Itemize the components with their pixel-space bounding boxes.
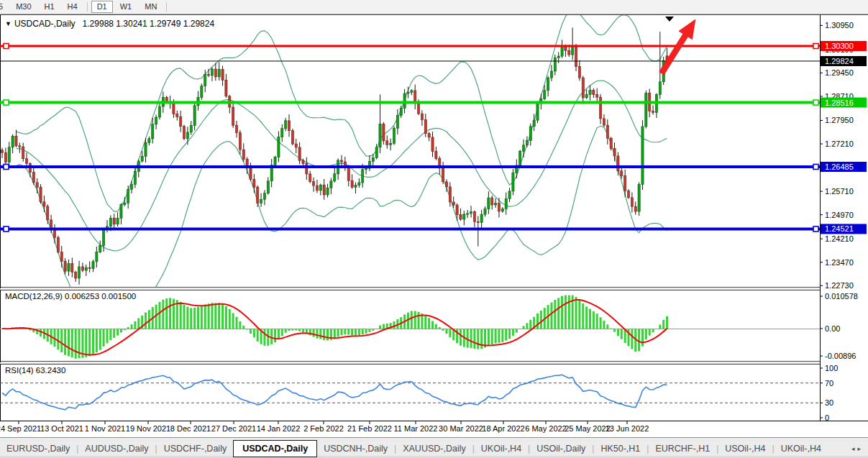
chart-canvas: 1.309501.301901.294501.287101.279501.272… bbox=[0, 0, 868, 437]
timeframe-button-h1[interactable]: H1 bbox=[39, 1, 60, 13]
price-tick-label: 1.22730 bbox=[825, 281, 854, 290]
rsi-indicator-label: RSI(14) 63.2430 bbox=[5, 366, 65, 375]
date-tick-label: 19 Nov 2021 bbox=[126, 424, 170, 433]
line-drag-handle[interactable] bbox=[4, 164, 9, 169]
chart-tab-xauusd-daily[interactable]: XAUUSD-,Daily bbox=[396, 439, 472, 458]
date-tick-label: 13 Oct 2021 bbox=[40, 424, 83, 433]
macd-tick-label: 0.010578 bbox=[825, 292, 858, 301]
price-tag-text: 1.26485 bbox=[825, 162, 854, 171]
timeframe-button-5[interactable]: 5 bbox=[0, 1, 9, 13]
rsi-tick-label: 70 bbox=[825, 379, 833, 388]
chart-tab-eurchf-h1[interactable]: EURCHF-,H1 bbox=[649, 439, 716, 458]
date-tick-label: 6 May 2022 bbox=[525, 424, 566, 433]
date-tick-label: 24 Sep 2021 bbox=[0, 424, 41, 433]
chart-tab-eurusd-daily[interactable]: EURUSD-,Daily bbox=[0, 439, 76, 458]
macd-signal-line bbox=[2, 300, 667, 355]
price-tick-label: 1.29450 bbox=[825, 68, 854, 77]
macd-tick-label: -0.00896 bbox=[825, 352, 856, 360]
price-tick-label: 1.23470 bbox=[825, 258, 854, 267]
line-drag-handle[interactable] bbox=[813, 164, 818, 169]
date-tick-label: 21 Feb 2022 bbox=[347, 424, 392, 433]
rsi-levels bbox=[0, 383, 820, 403]
line-drag-handle[interactable] bbox=[4, 44, 9, 49]
price-tick-label: 1.27210 bbox=[825, 139, 854, 148]
line-drag-handle[interactable] bbox=[4, 226, 9, 232]
chart-symbol-label: USDCAD-,Daily bbox=[14, 19, 76, 29]
timeframe-button-h4[interactable]: H4 bbox=[62, 1, 83, 13]
price-tick-label: 1.30950 bbox=[825, 21, 854, 29]
timeframe-button-w1[interactable]: W1 bbox=[114, 1, 138, 13]
macd-histogram bbox=[4, 296, 668, 359]
chart-plot-area[interactable] bbox=[0, 15, 820, 287]
timeframe-button-d1[interactable]: D1 bbox=[91, 1, 113, 13]
chart-tab-usdcad-daily[interactable]: USDCAD-,Daily bbox=[233, 440, 317, 457]
toolbar-divider bbox=[166, 2, 167, 12]
date-tick-label: 11 Mar 2022 bbox=[394, 424, 438, 433]
chart-tab-usoil-h4[interactable]: USOil-,H4 bbox=[718, 439, 772, 458]
date-tick-label: 18 Apr 2022 bbox=[482, 424, 524, 433]
price-axis: 1.309501.301901.294501.287101.279501.272… bbox=[820, 21, 858, 422]
chart-tab-ukoil-h4[interactable]: UKOil-,H4 bbox=[475, 439, 528, 458]
line-drag-handle[interactable] bbox=[813, 100, 818, 105]
timeframe-toolbar: 5M30H1H4D1W1MN bbox=[0, 0, 868, 14]
chart-title: ▼USDCAD-,Daily1.29988 1.30241 1.29749 1.… bbox=[5, 19, 214, 29]
rsi-tick-label: 30 bbox=[825, 398, 833, 407]
date-tick-label: 25 May 2022 bbox=[565, 424, 611, 433]
chart-ohlc-values: 1.29988 1.30241 1.29749 1.29824 bbox=[83, 19, 215, 29]
chart-tab-usdcnh-daily[interactable]: USDCNH-,Daily bbox=[317, 439, 394, 458]
date-axis: 24 Sep 202113 Oct 20211 Nov 202119 Nov 2… bbox=[0, 421, 649, 433]
timeframe-button-m30[interactable]: M30 bbox=[10, 1, 37, 13]
date-tick-label: 2 Feb 2022 bbox=[303, 424, 344, 433]
price-tick-label: 1.24970 bbox=[825, 211, 854, 219]
price-tag-text: 1.28516 bbox=[825, 99, 854, 107]
rsi-tick-label: 0 bbox=[825, 413, 829, 422]
chart-tab-audusd-daily[interactable]: AUDUSD-,Daily bbox=[78, 439, 155, 458]
rsi-tick-label: 100 bbox=[825, 364, 838, 372]
date-tick-label: 14 Jan 2022 bbox=[257, 424, 301, 433]
trading-platform-window: 5M30H1H4D1W1MN 1.309501.301901.294501.28… bbox=[0, 0, 868, 458]
line-drag-handle[interactable] bbox=[813, 44, 818, 49]
price-tag-text: 1.24521 bbox=[825, 224, 854, 233]
symbol-tab-bar: EURUSD-,Daily|AUDUSD-,Daily|USDCHF-,Dail… bbox=[0, 437, 868, 458]
toolbar-divider bbox=[87, 2, 88, 12]
rsi-line bbox=[2, 375, 667, 410]
chart-tab-hk50-h1[interactable]: HK50-,H1 bbox=[594, 439, 647, 458]
line-drag-handle[interactable] bbox=[813, 226, 818, 232]
price-tag-text: 1.30300 bbox=[825, 42, 854, 50]
date-tick-label: 27 Dec 2021 bbox=[211, 424, 256, 433]
date-tick-label: 30 Mar 2022 bbox=[439, 424, 483, 433]
price-tick-label: 1.27950 bbox=[825, 116, 854, 124]
chart-tab-usdchf-daily[interactable]: USDCHF-,Daily bbox=[157, 439, 234, 458]
chevron-down-icon[interactable]: ▼ bbox=[5, 20, 12, 27]
line-drag-handle[interactable] bbox=[4, 100, 9, 105]
chart-tab-ukoil-h4[interactable]: UKOil-,H4 bbox=[775, 439, 828, 458]
price-tag-text: 1.29824 bbox=[825, 57, 854, 65]
macd-indicator-label: MACD(12,26,9) 0.006253 0.001500 bbox=[5, 292, 136, 301]
tab-scroll-arrows[interactable]: ◂▸ bbox=[851, 445, 864, 452]
price-tick-label: 1.24210 bbox=[825, 234, 854, 243]
timeframe-button-mn[interactable]: MN bbox=[139, 1, 163, 13]
price-tick-label: 1.25710 bbox=[825, 187, 854, 196]
date-tick-label: 13 Jun 2022 bbox=[606, 424, 649, 433]
macd-tick-label: 0.00 bbox=[825, 324, 840, 333]
chart-tab-usoil-daily[interactable]: USOil-,Daily bbox=[530, 439, 592, 458]
date-tick-label: 8 Dec 2021 bbox=[170, 424, 211, 433]
date-tick-label: 1 Nov 2021 bbox=[85, 424, 125, 433]
